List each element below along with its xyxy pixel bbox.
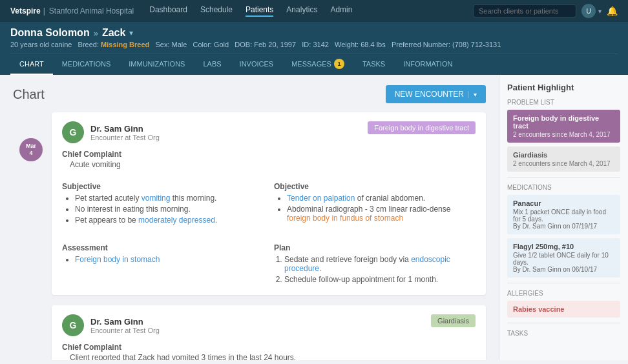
encounter-header-2: G Dr. Sam Ginn Encounter at Test Org Gia… [62,314,476,336]
doctor-info-2: G Dr. Sam Ginn Encounter at Test Org [62,314,160,336]
nav-analytics[interactable]: Analytics [286,5,317,17]
doctor-org-2: Encounter at Test Org [90,327,160,334]
tab-labs[interactable]: LABS [194,54,230,75]
encounter-1: Mar 4 G Dr. Sam Ginn Encounter at Test O… [45,112,486,295]
doctor-details-1: Dr. Sam Ginn Encounter at Test Org [90,124,160,141]
breed-value: Missing Breed [101,41,149,48]
encounter-2: G Dr. Sam Ginn Encounter at Test Org Gia… [45,305,486,360]
nav-dashboard[interactable]: Dashboard [149,5,187,17]
top-navigation: Vetspire | Stanford Animal Hospital Dash… [0,0,628,22]
med-detail-2: Give 1/2 tablet ONCE daily for 10 days. [513,252,614,266]
objective-label-1: Objective [274,182,476,191]
owner-name: Donna Solomon [10,27,90,39]
plan-list-1: Sedate and retrieve foreign body via end… [274,255,476,284]
avatar-dropdown[interactable]: ▾ [598,8,602,15]
encounter-card-1: G Dr. Sam Ginn Encounter at Test Org For… [52,112,486,295]
objective-list-1: Tender on palpation of cranial abdomen. … [274,194,476,223]
allergy-card-1: Rabies vaccine [507,301,620,318]
med-card-1: Panacur Mix 1 packet ONCE daily in food … [507,195,620,234]
sex: Sex: Male [155,41,187,48]
nav-patients[interactable]: Patients [246,5,273,17]
tab-information[interactable]: INFORMATION [394,54,461,75]
plan-item-1: Sedate and retrieve foreign body via end… [284,255,476,273]
tab-tasks[interactable]: TASKS [353,54,394,75]
sub-navigation: CHART MEDICATIONS IMMUNIZATIONS LABS INV… [10,54,618,75]
chief-complaint-label-2: Chief Complaint [62,343,476,352]
allergies-label: Allergies [507,290,620,297]
plan-label-1: Plan [274,243,476,252]
assessment-list-1: Foreign body in stomach [62,255,264,264]
dob: DOB: Feb 20, 1997 [235,41,296,48]
doctor-avatar-1: G [62,121,84,143]
link-endoscopic[interactable]: endoscopic procedure [284,255,450,273]
tab-messages[interactable]: MESSAGES 1 [282,54,353,75]
weight: Weight: 68.4 lbs [335,41,386,48]
med-name-2: Flagyl 250mg, #10 [513,243,614,250]
problem-name-1: Foreign body in digestive tract [513,114,614,130]
problem-list-label: Problem List [507,99,620,106]
plan-item-2: Schedule follow-up appointment for 1 mon… [284,275,476,284]
subj-item-3: Pet appears to be moderately depressed. [75,216,264,225]
chief-complaint-text-1: Acute vomiting [62,160,476,169]
new-encounter-dropdown-arrow[interactable]: ▾ [468,91,477,98]
patient-id: ID: 3142 [302,41,329,48]
med-name-1: Panacur [513,199,614,207]
doctor-org-1: Encounter at Test Org [90,134,160,141]
subj-item-1: Pet started acutely vomiting this mornin… [75,194,264,203]
assessment-label-1: Assessment [62,243,264,252]
link-tender[interactable]: Tender on palpation [287,194,355,203]
doctor-info-1: G Dr. Sam Ginn Encounter at Test Org [62,121,160,143]
bell-icon[interactable]: 🔔 [607,6,618,16]
tab-chart[interactable]: CHART [10,54,53,75]
assess-item-1: Foreign body in stomach [75,255,264,264]
tab-immunizations[interactable]: IMMUNIZATIONS [120,54,194,75]
diagnosis-tag-1: Foreign body in digestive tract [368,121,476,134]
nav-admin[interactable]: Admin [330,5,352,17]
color: Color: Gold [193,41,229,48]
tab-invoices[interactable]: INVOICES [231,54,283,75]
divider-1 [507,177,620,177]
med-card-2: Flagyl 250mg, #10 Give 1/2 tablet ONCE d… [507,238,620,278]
encounter-card-2: G Dr. Sam Ginn Encounter at Test Org Gia… [52,305,486,360]
subjective-label-1: Subjective [62,182,264,191]
divider-2 [507,283,620,283]
encounter-date-1: Mar 4 [19,138,43,161]
doctor-details-2: Dr. Sam Ginn Encounter at Test Org [90,317,160,334]
sidebar-title: Patient Highlight [507,83,620,92]
problem-card-2: Giardiasis 2 encounters since March 4, 2… [507,147,620,172]
new-encounter-button[interactable]: NEW ENCOUNTER ▾ [386,85,486,103]
doctor-avatar-2: G [62,314,84,336]
problem-since-2: 2 encounters since March 4, 2017 [513,160,614,167]
soap-grid-1: Subjective Pet started acutely vomiting … [62,176,476,286]
link-moderately-depressed[interactable]: moderately depressed [138,216,215,225]
patient-dropdown-arrow[interactable]: ▾ [129,28,133,37]
avatar[interactable]: U [581,4,596,18]
problem-name-2: Giardiasis [513,151,614,159]
tab-medications[interactable]: MEDICATIONS [53,54,120,75]
doctor-name-2: Dr. Sam Ginn [90,317,160,327]
patient-age: 20 years old canine [10,41,72,48]
link-foreign-body[interactable]: foreign body in fundus of stomach [287,214,403,223]
diagnosis-tag-2: Giardiasis [431,314,476,327]
page-title: Chart [13,87,45,102]
subjective-list-1: Pet started acutely vomiting this mornin… [62,194,264,225]
problem-card-1: Foreign body in digestive tract 2 encoun… [507,110,620,143]
link-foreign-body-stomach[interactable]: Foreign body in stomach [75,255,160,264]
objective-col-1: Objective Tender on palpation of cranial… [274,176,476,227]
obj-item-1: Tender on palpation of cranial abdomen. [287,194,476,203]
plan-col-1: Plan Sedate and retrieve foreign body vi… [274,237,476,286]
phone: Preferred Number: (708) 712-3131 [392,41,501,48]
medications-label: Medications [507,184,620,191]
nav-separator: | [43,6,45,15]
nav-links: Dashboard Schedule Patients Analytics Ad… [149,5,473,17]
nav-schedule[interactable]: Schedule [200,5,233,17]
org-name: Stanford Animal Hospital [49,6,134,15]
chart-header: Chart NEW ENCOUNTER ▾ [13,85,486,103]
subjective-col-1: Subjective Pet started acutely vomiting … [62,176,264,227]
link-vomiting[interactable]: vomiting [141,194,171,203]
med-by-1: By Dr. Sam Ginn on 07/19/17 [513,223,614,230]
search-input[interactable] [473,5,576,17]
messages-badge: 1 [334,59,344,69]
chief-complaint-text-2: Client reported that Zack had vomited 3 … [62,353,476,360]
med-by-2: By Dr. Sam Ginn on 06/10/17 [513,266,614,273]
